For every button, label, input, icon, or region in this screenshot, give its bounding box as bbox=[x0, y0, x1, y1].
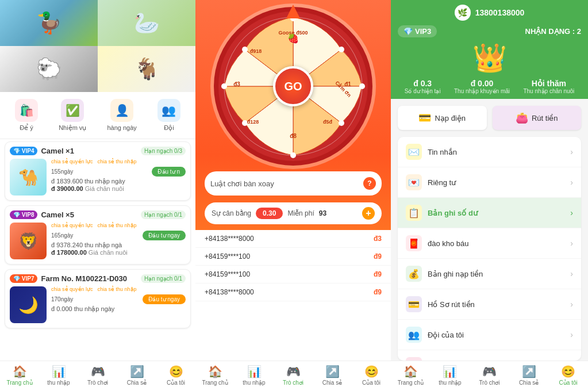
svg-point-2 bbox=[339, 47, 344, 52]
quick-item-team[interactable]: 👥 Đội bbox=[157, 99, 180, 132]
svg-text:🍓: 🍓 bbox=[287, 33, 299, 44]
nav-item-income[interactable]: 📊 thu nhập bbox=[436, 365, 464, 386]
deals-label: Để ý bbox=[20, 124, 33, 132]
nav-item-game[interactable]: 🎮 Trò chơi bbox=[279, 365, 308, 386]
stat-balance-val: đ 0.3 bbox=[405, 79, 441, 88]
nav-item-home[interactable]: 🏠 Trang chủ bbox=[396, 365, 425, 386]
team-icon: 👥 bbox=[157, 99, 180, 122]
invest-button[interactable]: Đầu tư n bbox=[152, 167, 186, 177]
quota-badge: Hạn ngạch 0/1 bbox=[141, 210, 186, 219]
svg-point-8 bbox=[242, 47, 248, 52]
menu-item-ban-ghi-nap-tien[interactable]: 💰 Bản ghi nạp tiền › bbox=[398, 259, 581, 289]
chevron-right-icon: › bbox=[570, 239, 573, 248]
left-panel: 🦆 🦢 🐑 🐐 🛍️ Để ý ✅ Nhiệm vụ 👤 hàng ngày 👥… bbox=[0, 0, 195, 387]
game-nav-icon: 🎮 bbox=[91, 365, 105, 378]
quick-item-daily[interactable]: 👤 hàng ngày bbox=[107, 99, 136, 132]
quick-item-deals[interactable]: 🛍️ Để ý bbox=[15, 99, 38, 132]
menu-item-ho-so-rut-tien[interactable]: 💳 Hồ Sơ rút tiền › bbox=[398, 289, 581, 320]
menu-item-ve-chung-toi[interactable]: 🌸 Về chúng tôi › bbox=[398, 350, 581, 361]
card-body: 🐪 chia sẻ quyền lực chia sẻ thu nhập 155… bbox=[10, 159, 186, 196]
card-avatar: 🦁 bbox=[10, 223, 47, 259]
nav-item-home[interactable]: 🏠 Trang chủ bbox=[5, 365, 34, 386]
chevron-right-icon: › bbox=[570, 269, 573, 278]
svg-point-4 bbox=[339, 120, 344, 126]
free-label: Miễn phí bbox=[287, 209, 314, 217]
vip-row: 💎 VIP3 NHẬN DẠNG : 2 bbox=[398, 25, 581, 37]
vip-badge: 💎 VIP4 bbox=[10, 147, 37, 155]
goose-icon: 🦢 bbox=[98, 0, 195, 46]
rieng-tu-label: Riêng tư bbox=[428, 178, 570, 187]
role-1: chia sẻ quyền lực bbox=[51, 286, 93, 292]
deals-icon: 🛍️ bbox=[15, 99, 38, 122]
daily-icon: 👤 bbox=[110, 99, 133, 122]
home-nav-label: Trang chủ bbox=[6, 380, 32, 386]
game-nav-icon: 🎮 bbox=[482, 365, 497, 378]
me-nav-label: Của tôi bbox=[559, 380, 578, 386]
stat-farm-val: Hỏi thăm bbox=[523, 79, 574, 88]
card-list: 💎 VIP4 Camel ×1 Hạn ngạch 0/3 🐪 chia sẻ … bbox=[0, 139, 195, 361]
nav-item-share[interactable]: ↗️ Chia sẻ bbox=[318, 365, 347, 386]
menu-item-ban-ghi-so-du[interactable]: 📋 Bản ghi số dư › bbox=[398, 198, 581, 228]
left-bottom-nav: 🏠 Trang chủ 📊 thu nhập 🎮 Trò chơi ↗️ Chi… bbox=[0, 361, 195, 387]
right-header: 🌿 13800138000 💎 VIP3 NHẬN DẠNG : 2 👑 đ 0… bbox=[391, 0, 588, 99]
card-income: đ 9378.240 thu nhập ngà bbox=[51, 242, 186, 249]
me-nav-icon: 😊 bbox=[561, 365, 575, 378]
nav-item-income[interactable]: 📊 thu nhập bbox=[44, 365, 73, 386]
phone-row: +84138****8000 đ3 bbox=[195, 230, 391, 248]
goats-image: 🐐 bbox=[98, 46, 195, 92]
game-nav-label: Trò chơi bbox=[283, 380, 303, 386]
card-info: chia sẻ quyền lực chia sẻ thu nhập 165ng… bbox=[51, 223, 186, 259]
menu-item-tin-nhan[interactable]: ✉️ Tin nhắn › bbox=[398, 137, 581, 167]
farm-card: 💎 VIP8 Camel ×5 Hạn ngạch 0/1 🦁 chia sẻ … bbox=[5, 205, 191, 265]
nav-item-me[interactable]: 😊 Của tôi bbox=[554, 365, 583, 386]
dao-kho-bau-icon: 🧧 bbox=[406, 235, 422, 251]
phone-row: +84159****100 đ9 bbox=[195, 248, 391, 266]
nav-item-share[interactable]: ↗️ Chia sẻ bbox=[122, 365, 151, 386]
game-nav-icon: 🎮 bbox=[286, 365, 301, 378]
go-button[interactable]: GO bbox=[273, 66, 313, 106]
goats-icon: 🐐 bbox=[98, 46, 195, 92]
nap-dien-button[interactable]: 💳 Nạp điện bbox=[398, 106, 487, 130]
action-buttons: 💳 Nạp điện 👛 Rút tiền bbox=[398, 106, 581, 130]
home-nav-label: Trang chủ bbox=[398, 380, 424, 386]
add-balance-button[interactable]: + bbox=[362, 207, 375, 220]
svg-text:đ918: đ918 bbox=[250, 48, 262, 54]
nav-item-share[interactable]: ↗️ Chia sẻ bbox=[514, 365, 543, 386]
stat-balance-label: Số dư hiện tại bbox=[405, 88, 441, 94]
nav-item-game[interactable]: 🎮 Trò chơi bbox=[475, 365, 504, 386]
card-body: 🌙 chia sẻ quyền lực chia sẻ thu nhập 170… bbox=[10, 286, 186, 323]
menu-item-doi-cua-toi[interactable]: 👥 Đội của tôi › bbox=[398, 320, 581, 350]
rut-tien-button[interactable]: 👛 Rút tiền bbox=[493, 106, 582, 130]
stats-row: đ 0.3 Số dư hiện tại đ 0.00 Thu nhập khu… bbox=[398, 79, 581, 94]
balance-value: 0.30 bbox=[256, 208, 283, 219]
card-price: đ 178000.00 Giá chăn nuôi bbox=[51, 249, 186, 256]
quick-item-tasks[interactable]: ✅ Nhiệm vụ bbox=[59, 99, 86, 132]
menu-item-dao-kho-bau[interactable]: 🧧 đào kho báu › bbox=[398, 228, 581, 259]
quota-badge: Hạn ngạch 0/1 bbox=[141, 274, 186, 283]
nap-label: Nạp điện bbox=[435, 114, 466, 122]
svg-point-7 bbox=[221, 83, 227, 89]
card-body: 🦁 chia sẻ quyền lực chia sẻ thu nhập 165… bbox=[10, 223, 186, 259]
me-nav-label: Của tôi bbox=[362, 380, 381, 386]
nav-item-me[interactable]: 😊 Của tôi bbox=[162, 365, 190, 386]
ban-ghi-so-du-icon: 📋 bbox=[406, 205, 422, 221]
income-nav-icon: 📊 bbox=[443, 365, 457, 378]
tasks-label: Nhiệm vụ bbox=[59, 124, 86, 132]
home-nav-icon: 🏠 bbox=[208, 365, 222, 378]
wheel-outer: Goose đ500 Cảm ơn đ1 đ5đ đ8 đ128 đ3 đ918… bbox=[218, 12, 368, 161]
invest-button[interactable]: Đầu tư ngay bbox=[143, 231, 186, 240]
nav-item-game[interactable]: 🎮 Trò chơi bbox=[83, 365, 112, 386]
chevron-right-icon: › bbox=[570, 178, 573, 187]
balance-row: Sự cân bằng 0.30 Miễn phí 93 + bbox=[205, 202, 382, 224]
tasks-icon: ✅ bbox=[61, 99, 84, 122]
nav-item-home[interactable]: 🏠 Trang chủ bbox=[201, 365, 229, 386]
spin-rule-button[interactable]: Luật chơi bàn xoay ? bbox=[205, 171, 382, 196]
card-price: đ 39000.00 Giá chăn nuôi bbox=[51, 185, 186, 192]
invest-button[interactable]: Đầu tư ngay bbox=[143, 294, 186, 304]
menu-item-rieng-tu[interactable]: 💌 Riêng tư › bbox=[398, 167, 581, 198]
share-nav-label: Chia sẻ bbox=[519, 380, 539, 386]
phone-number: +84159****100 bbox=[205, 252, 250, 260]
nav-item-me[interactable]: 😊 Của tôi bbox=[357, 365, 386, 386]
nav-item-income[interactable]: 📊 thu nhập bbox=[240, 365, 268, 386]
ban-ghi-nap-tien-icon: 💰 bbox=[406, 266, 422, 282]
